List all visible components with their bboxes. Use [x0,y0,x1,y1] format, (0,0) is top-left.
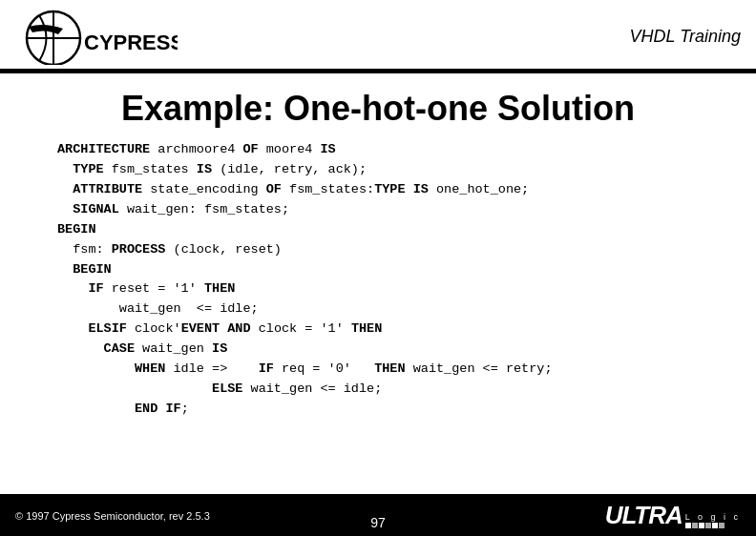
code-line: CASE wait_gen IS [57,340,699,360]
code-line: WHEN idle => IF req = '0' THEN wait_gen … [57,360,699,380]
header: CYPRESS VHDL Training [0,0,756,72]
footer-copyright: © 1997 Cypress Semiconductor, rev 2.5.3 [15,506,210,524]
code-line: BEGIN [57,220,699,240]
header-title: VHDL Training [630,27,741,47]
code-line: END IF; [57,400,699,420]
code-line: fsm: PROCESS (clock, reset) [57,240,699,260]
code-line: BEGIN [57,260,699,280]
code-line: ELSIF clock'EVENT AND clock = '1' THEN [57,320,699,340]
logic-text: L o g i c [685,512,741,522]
code-line: ELSE wait_gen <= idle; [57,380,699,400]
ultra-text: ULTRA [605,501,682,530]
code-line: IF reset = '1' THEN [57,279,699,299]
cypress-logo: CYPRESS [15,8,178,65]
svg-text:CYPRESS: CYPRESS [84,31,178,54]
code-line: ARCHITECTURE archmoore4 OF moore4 IS [57,140,699,160]
page-title: Example: One-hot-one Solution [0,89,756,129]
code-line: TYPE fsm_states IS (idle, retry, ack); [57,160,699,180]
code-line: SIGNAL wait_gen: fsm_states; [57,200,699,220]
code-line: wait_gen <= idle; [57,299,699,320]
code-line: ATTRIBUTE state_encoding OF fsm_states:T… [57,180,699,200]
code-block: ARCHITECTURE archmoore4 OF moore4 IS TYP… [0,140,756,420]
logo-area: CYPRESS [15,8,179,65]
ultra-logic-logo: ULTRA L o g i c [605,501,741,530]
footer: © 1997 Cypress Semiconductor, rev 2.5.3 … [0,494,756,536]
